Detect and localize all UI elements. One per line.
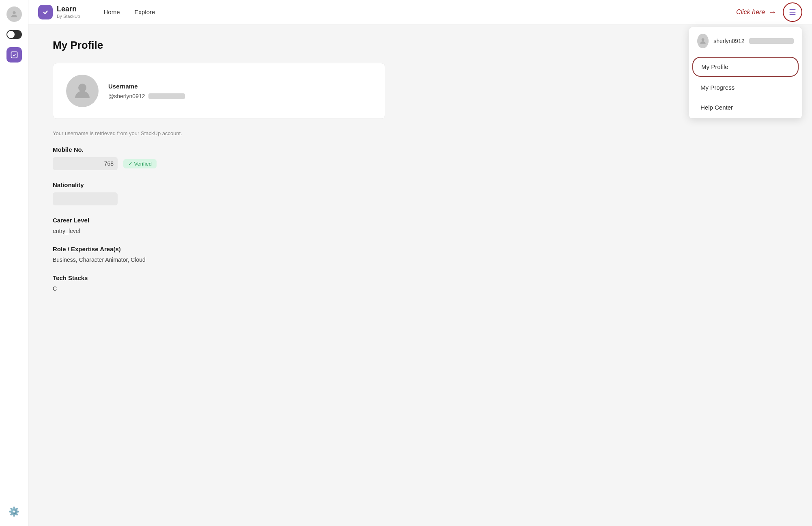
profile-username-value: @sherlyn0912 bbox=[108, 93, 185, 99]
sidebar-toggle[interactable] bbox=[6, 30, 22, 39]
nav-logo-subtitle: By StackUp bbox=[57, 14, 80, 19]
nav-logo: Learn By StackUp bbox=[38, 5, 80, 19]
verified-badge: ✓ Verified bbox=[123, 159, 157, 168]
dropdown-menu: sherlyn0912 My Profile My Progress Help … bbox=[689, 27, 802, 119]
nav-home-link[interactable]: Home bbox=[96, 9, 127, 15]
dropdown-item-my-progress[interactable]: My Progress bbox=[692, 78, 799, 97]
svg-point-4 bbox=[78, 84, 86, 92]
nav-explore-link[interactable]: Explore bbox=[127, 9, 162, 15]
dropdown-header: sherlyn0912 bbox=[689, 27, 802, 55]
click-here-label: Click here → bbox=[736, 7, 776, 17]
dropdown-avatar bbox=[697, 34, 709, 48]
mobile-row: 768 ✓ Verified bbox=[53, 157, 385, 170]
dropdown-username: sherlyn0912 bbox=[713, 38, 744, 44]
svg-point-0 bbox=[13, 11, 15, 14]
career-label: Career Level bbox=[53, 217, 385, 224]
learn-icon-box[interactable] bbox=[6, 47, 22, 63]
sidebar-avatar-icon[interactable] bbox=[6, 6, 22, 22]
mobile-field: Mobile No. 768 ✓ Verified bbox=[53, 146, 385, 170]
nav-logo-text: Learn By StackUp bbox=[57, 5, 80, 19]
nationality-input[interactable] bbox=[53, 192, 118, 205]
dropdown-item-help-center[interactable]: Help Center bbox=[692, 98, 799, 116]
menu-button-wrapper: ☰ bbox=[783, 2, 802, 22]
nav-logo-title: Learn bbox=[57, 5, 80, 14]
username-redacted bbox=[148, 93, 185, 99]
tech-label: Tech Stacks bbox=[53, 274, 385, 281]
role-label: Role / Expertise Area(s) bbox=[53, 246, 385, 252]
main-wrapper: Learn By StackUp Home Explore Click here… bbox=[28, 0, 812, 526]
arrow-icon: → bbox=[768, 7, 776, 17]
nationality-label: Nationality bbox=[53, 181, 385, 188]
nav-right: Click here → ☰ sherlyn0912 My Profile My… bbox=[736, 2, 802, 22]
page-title: My Profile bbox=[53, 39, 788, 52]
username-hint: Your username is retrieved from your Sta… bbox=[53, 130, 385, 136]
mobile-label: Mobile No. bbox=[53, 146, 385, 153]
menu-button[interactable]: ☰ bbox=[783, 2, 802, 22]
tech-value: C bbox=[53, 285, 385, 292]
mobile-suffix: 768 bbox=[104, 160, 114, 167]
nationality-field: Nationality bbox=[53, 181, 385, 205]
svg-point-3 bbox=[702, 38, 705, 41]
career-value: entry_level bbox=[53, 228, 385, 234]
profile-avatar bbox=[66, 75, 99, 107]
profile-username-card: Username @sherlyn0912 bbox=[53, 63, 385, 119]
role-field: Role / Expertise Area(s) Business, Chara… bbox=[53, 246, 385, 263]
svg-rect-1 bbox=[11, 52, 17, 58]
nav-logo-icon bbox=[38, 5, 53, 19]
dropdown-username-bar bbox=[749, 38, 794, 44]
tech-field: Tech Stacks C bbox=[53, 274, 385, 292]
username-text: @sherlyn0912 bbox=[108, 93, 145, 99]
sidebar: ⚙️ bbox=[0, 0, 28, 526]
toggle-knob bbox=[7, 31, 15, 38]
mobile-input[interactable]: 768 bbox=[53, 157, 118, 170]
profile-username-label: Username bbox=[108, 83, 185, 90]
role-value: Business, Character Animator, Cloud bbox=[53, 257, 385, 263]
svg-rect-2 bbox=[42, 8, 49, 15]
dropdown-item-my-profile[interactable]: My Profile bbox=[692, 57, 799, 77]
profile-info: Username @sherlyn0912 bbox=[108, 83, 185, 99]
career-field: Career Level entry_level bbox=[53, 217, 385, 234]
topnav: Learn By StackUp Home Explore Click here… bbox=[28, 0, 812, 24]
settings-gear-icon[interactable]: ⚙️ bbox=[6, 504, 22, 520]
